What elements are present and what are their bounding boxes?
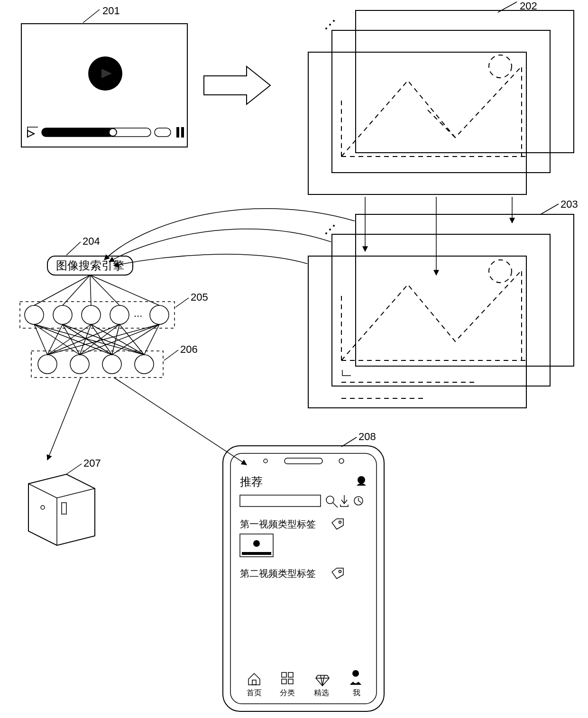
svg-rect-85 — [252, 680, 256, 685]
tag-icon — [332, 568, 343, 579]
ref-206: 206 — [180, 343, 198, 355]
ref-203: 203 — [560, 198, 578, 210]
svg-point-74 — [326, 496, 334, 504]
svg-line-41 — [90, 275, 119, 305]
svg-point-28 — [25, 305, 44, 324]
download-icon — [340, 495, 348, 506]
grid-icon — [282, 672, 293, 684]
ref-202: 202 — [520, 0, 537, 12]
ref-208: 208 — [358, 431, 376, 442]
svg-point-80 — [339, 521, 341, 524]
svg-rect-88 — [282, 679, 286, 684]
svg-point-33 — [150, 305, 169, 324]
ref-207: 207 — [83, 457, 101, 469]
svg-rect-86 — [282, 672, 286, 677]
svg-point-94 — [353, 679, 358, 683]
svg-line-39 — [63, 275, 90, 305]
svg-point-13 — [333, 20, 335, 22]
svg-rect-87 — [288, 672, 293, 677]
phone-header: 推荐 — [240, 475, 263, 488]
svg-point-4 — [109, 129, 117, 136]
svg-line-42 — [90, 275, 159, 305]
svg-rect-19 — [332, 234, 550, 386]
svg-rect-6 — [176, 127, 179, 138]
svg-line-79 — [358, 501, 361, 503]
svg-rect-73 — [240, 495, 321, 506]
video-player-201: 201 — [21, 5, 187, 147]
ref-204: 204 — [83, 235, 100, 247]
phone-bottom-nav: 首页 分类 精选 — [247, 670, 361, 697]
svg-rect-5 — [155, 128, 171, 137]
svg-point-12 — [329, 24, 331, 26]
svg-point-30 — [82, 305, 101, 324]
svg-point-29 — [53, 305, 72, 324]
search-engine-label: 图像搜索引擎 — [56, 259, 124, 272]
svg-point-82 — [253, 540, 260, 547]
svg-point-69 — [264, 459, 267, 463]
svg-rect-7 — [181, 127, 184, 138]
svg-point-37 — [135, 355, 154, 374]
svg-line-40 — [90, 275, 91, 305]
arrows-202-to-203 — [365, 197, 512, 275]
svg-rect-70 — [285, 458, 322, 464]
svg-rect-3 — [42, 128, 113, 137]
frame-stack-202: 202 — [308, 0, 574, 194]
svg-rect-8 — [356, 10, 574, 153]
server-207: 207 — [28, 457, 101, 545]
svg-rect-68 — [230, 453, 377, 704]
svg-rect-18 — [356, 214, 574, 366]
svg-point-36 — [102, 355, 121, 374]
svg-line-51 — [47, 324, 91, 355]
person-icon — [350, 670, 361, 685]
phone-label-1: 第一视频类型标签 — [240, 519, 316, 529]
svg-line-75 — [333, 503, 338, 507]
svg-rect-65 — [62, 503, 66, 514]
phone-screen: 推荐 第一视频类型标签 — [240, 475, 366, 697]
frame-stack-203: 203 — [308, 198, 578, 408]
svg-point-35 — [70, 355, 89, 374]
tag-icon — [332, 519, 343, 529]
svg-point-31 — [110, 305, 129, 324]
svg-rect-83 — [242, 552, 271, 555]
svg-point-34 — [38, 355, 57, 374]
svg-point-23 — [333, 225, 335, 227]
svg-line-63 — [47, 377, 81, 460]
svg-point-84 — [339, 571, 341, 573]
svg-point-22 — [329, 229, 331, 230]
svg-point-71 — [339, 459, 344, 463]
diagram-root: 201 202 — [0, 0, 588, 718]
arrows-nn-out — [47, 377, 247, 465]
diamond-icon — [316, 675, 329, 686]
svg-line-38 — [34, 275, 90, 305]
svg-rect-89 — [288, 679, 293, 684]
history-icon — [354, 497, 363, 505]
neural-network: ... 205 206 — [20, 275, 208, 377]
nav-featured-label: 精选 — [314, 689, 329, 697]
svg-line-59 — [47, 324, 159, 355]
nav-home-label: 首页 — [247, 689, 262, 697]
svg-point-72 — [358, 476, 365, 484]
svg-point-11 — [325, 28, 327, 29]
search-icon — [326, 496, 338, 507]
svg-point-14 — [489, 55, 512, 78]
svg-point-93 — [352, 670, 359, 677]
svg-text:...: ... — [134, 307, 142, 319]
ref-201: 201 — [102, 5, 120, 17]
home-icon — [248, 673, 260, 685]
phone-label-2: 第二视频类型标签 — [240, 568, 316, 579]
nav-me-label: 我 — [353, 689, 360, 697]
arrows-203-to-204 — [104, 209, 355, 266]
nav-category-label: 分类 — [280, 689, 295, 697]
phone-208: 208 推荐 — [223, 431, 384, 711]
flow-arrow-201-to-202 — [204, 66, 270, 104]
svg-point-21 — [325, 232, 327, 234]
ref-205: 205 — [191, 291, 208, 303]
svg-point-66 — [41, 506, 45, 509]
image-search-engine-204: 图像搜索引擎 204 — [47, 235, 133, 275]
svg-point-24 — [489, 260, 512, 283]
